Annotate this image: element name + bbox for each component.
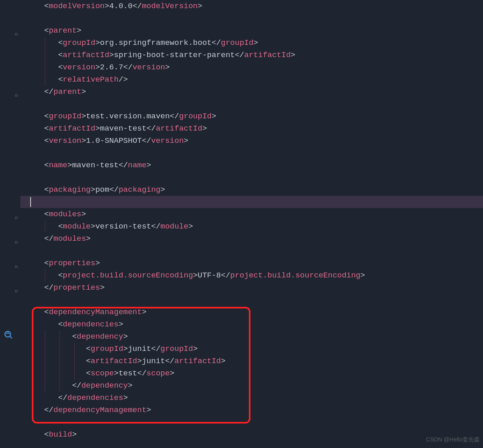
- code-line[interactable]: <version>2.6.7</version>: [20, 61, 483, 73]
- code-line[interactable]: </dependencyManagement>: [20, 404, 483, 416]
- code-line[interactable]: <groupId>junit</groupId>: [20, 343, 483, 355]
- text-cursor: [30, 197, 31, 207]
- code-line[interactable]: <name>maven-test</name>: [20, 159, 483, 171]
- code-line[interactable]: <modules>: [20, 208, 483, 220]
- code-line[interactable]: <build>: [20, 428, 483, 441]
- code-line[interactable]: <module>version-test</module>: [20, 220, 483, 233]
- gutter: ⊟⊟⊟⊟⊟⊟: [0, 0, 20, 448]
- code-line[interactable]: <parent>: [20, 24, 483, 37]
- code-line[interactable]: [20, 294, 483, 306]
- code-line[interactable]: <packaging>pom</packaging>: [20, 184, 483, 196]
- code-line[interactable]: <modelVersion>4.0.0</modelVersion>: [20, 0, 483, 12]
- watermark-text: CSDN @Hello姜先森: [426, 433, 480, 446]
- code-line[interactable]: <dependencyManagement>: [20, 306, 483, 318]
- code-line[interactable]: <artifactId>junit</artifactId>: [20, 355, 483, 367]
- code-line[interactable]: <relativePath/>: [20, 73, 483, 86]
- code-line[interactable]: <properties>: [20, 257, 483, 269]
- code-line[interactable]: [20, 12, 483, 24]
- code-line[interactable]: [20, 245, 483, 257]
- code-line[interactable]: <groupId>org.springframework.boot</group…: [20, 37, 483, 49]
- svg-point-0: [5, 331, 11, 337]
- code-line[interactable]: <version>1.0-SNAPSHOT</version>: [20, 135, 483, 147]
- code-line[interactable]: <artifactId>maven-test</artifactId>: [20, 122, 483, 135]
- code-line[interactable]: </dependency>: [20, 379, 483, 392]
- code-line[interactable]: [20, 147, 483, 159]
- code-line[interactable]: <artifactId>spring-boot-starter-parent</…: [20, 49, 483, 61]
- code-line[interactable]: </properties>: [20, 282, 483, 294]
- code-line[interactable]: [20, 416, 483, 428]
- code-line[interactable]: <project.build.sourceEncoding>UTF-8</pro…: [20, 269, 483, 282]
- code-editor[interactable]: <modelVersion>4.0.0</modelVersion> <pare…: [20, 0, 483, 441]
- code-line[interactable]: [20, 196, 483, 208]
- fold-open-icon[interactable]: ⊟: [14, 212, 18, 224]
- fold-close-icon[interactable]: ⊟: [14, 285, 18, 297]
- code-line[interactable]: [20, 171, 483, 184]
- code-line[interactable]: <dependencies>: [20, 318, 483, 330]
- code-line[interactable]: <dependency>: [20, 330, 483, 343]
- fold-open-icon[interactable]: ⊟: [14, 261, 18, 273]
- code-line[interactable]: <groupId>test.version.maven</groupId>: [20, 110, 483, 122]
- code-line[interactable]: </dependencies>: [20, 392, 483, 404]
- code-line[interactable]: <scope>test</scope>: [20, 367, 483, 379]
- maven-dependency-icon[interactable]: [4, 330, 13, 344]
- code-line[interactable]: </parent>: [20, 86, 483, 98]
- fold-close-icon[interactable]: ⊟: [14, 89, 18, 102]
- fold-open-icon[interactable]: ⊟: [14, 28, 18, 40]
- code-line[interactable]: </modules>: [20, 233, 483, 245]
- fold-close-icon[interactable]: ⊟: [14, 236, 18, 248]
- code-line[interactable]: [20, 98, 483, 110]
